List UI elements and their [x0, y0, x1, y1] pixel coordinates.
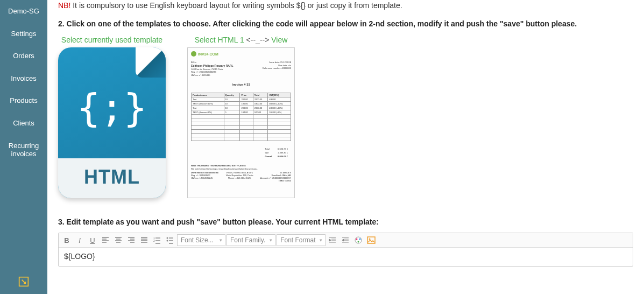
svg-text:2: 2: [153, 239, 155, 242]
nb-text: It is compulsory to use English keyboard…: [70, 1, 402, 10]
table-row: TEST (discount 8%)5184.00920.00184.00 (-…: [192, 110, 291, 115]
inv-words: NINE THOUSAND TWO HUNDRED AND SIXTY CENT…: [191, 164, 246, 167]
collapse-icon: [18, 276, 29, 287]
sidebar-item-products[interactable]: Products: [0, 89, 47, 112]
html-badge: HTML: [58, 158, 166, 198]
template-html1-thumb[interactable]: INV24.COM Bill to Edithson Philippe Rosa…: [187, 47, 295, 198]
inv-cvat: VAT no.: LT044932245: [191, 177, 218, 179]
sidebar-collapse-button[interactable]: [0, 271, 47, 294]
indent-icon: [329, 236, 336, 244]
sidebar: Demo-SG Settings Orders Invoices Product…: [0, 0, 47, 294]
svg-point-6: [356, 239, 358, 240]
editor: B I U 12 Font Size... Font Family. Font …: [58, 233, 633, 267]
table-row: TEST (discount 10%)10180.001800.00360.00…: [192, 102, 291, 106]
outdent-button[interactable]: [339, 234, 351, 246]
table-row: [192, 122, 291, 126]
align-justify-icon: [140, 236, 148, 244]
table-row: Test10200.002000.00400.00: [192, 97, 291, 102]
outdent-icon: [342, 236, 349, 244]
inv-b3: IBAN: 74000: [260, 179, 291, 182]
invoice-header: Bill to Edithson Philippe Rosaary RARL 1…: [191, 61, 291, 76]
main-content: NB! It is compulsory to use English keyb…: [47, 0, 644, 294]
sidebar-item-orders[interactable]: Orders: [0, 45, 47, 67]
nb-prefix: NB!: [58, 1, 70, 10]
editor-toolbar: B I U 12 Font Size... Font Family. Font …: [59, 233, 633, 248]
font-family-select[interactable]: Font Family.: [227, 234, 275, 246]
invoice-table: Product nameQuantityPriceTotalVAT(20%) T…: [191, 93, 291, 141]
table-row: [192, 118, 291, 122]
align-right-icon: [128, 236, 135, 244]
invoice-totals: Total6 696.77 € VAT1 339.35 € Overall8 0…: [191, 146, 291, 159]
image-icon: [367, 236, 376, 244]
unordered-list-icon: [166, 236, 174, 244]
indent-button[interactable]: [327, 234, 338, 246]
table-row: [192, 130, 291, 134]
svg-point-8: [358, 241, 359, 243]
inv-cphone: Phone: +356 2034 1625: [226, 177, 253, 179]
align-right-button[interactable]: [125, 234, 137, 246]
template-current-col: Select currently used template {;} HTML: [58, 36, 166, 198]
font-format-select[interactable]: Font Format: [277, 234, 325, 246]
col-qty: Quantity: [224, 93, 240, 97]
sidebar-item-recurring[interactable]: Recurring invoices: [0, 135, 47, 165]
col-vat: VAT(20%): [268, 93, 291, 97]
step2-title: 2. Click on one of the templates to choo…: [58, 19, 633, 28]
align-left-icon: [102, 236, 109, 244]
table-row: Test10200.002000.00400.00 (-10%): [192, 106, 291, 110]
invoice-footer: NINE THOUSAND TWO HUNDRED AND SIXTY CENT…: [191, 164, 291, 182]
template-html1-col: Select HTML 1 <--_--> View INV24.COM Bil…: [187, 36, 295, 198]
template-html1-label: Select HTML 1 <--_--> View: [195, 36, 288, 44]
col-price: Price: [240, 93, 253, 97]
image-button[interactable]: [365, 234, 377, 246]
underline-button[interactable]: U: [87, 234, 98, 246]
inv-customer: Edithson Philippe Rosaary RARL: [191, 64, 233, 67]
template-html1-suffix: View: [269, 36, 287, 44]
template-html1-arrow: <--_-->: [246, 36, 270, 44]
template-html1-prefix: Select HTML 1: [195, 36, 246, 44]
step3-title: 3. Edit template as you want and push "s…: [58, 218, 633, 226]
svg-point-7: [359, 239, 361, 240]
sidebar-item-clients[interactable]: Clients: [0, 112, 47, 135]
editor-textarea[interactable]: ${LOGO}: [59, 248, 633, 266]
align-center-icon: [115, 236, 122, 244]
braces-icon: {;}: [58, 85, 166, 130]
inv-vat: VAT no: n° 4909485: [191, 74, 233, 77]
nb-warning: NB! It is compulsory to use English keyb…: [58, 1, 633, 10]
align-center-button[interactable]: [112, 234, 124, 246]
ordered-list-button[interactable]: 12: [151, 234, 163, 246]
inv-ref: Reference number: 40000003: [263, 67, 291, 70]
table-row: [192, 126, 291, 130]
ordered-list-icon: 12: [153, 236, 161, 244]
svg-rect-9: [367, 237, 375, 243]
align-left-button[interactable]: [100, 234, 111, 246]
template-row: Select currently used template {;} HTML …: [58, 36, 633, 198]
italic-button[interactable]: I: [74, 234, 86, 246]
sidebar-item-settings[interactable]: Settings: [0, 23, 47, 45]
bold-button[interactable]: B: [61, 234, 73, 246]
table-row: [192, 137, 291, 141]
svg-point-3: [167, 237, 168, 239]
text-color-button[interactable]: [352, 234, 364, 246]
unordered-list-button[interactable]: [164, 234, 176, 246]
svg-point-4: [167, 240, 168, 242]
col-name: Product name: [192, 93, 224, 97]
template-current-thumb[interactable]: {;} HTML: [58, 47, 166, 198]
font-size-select[interactable]: Font Size...: [177, 234, 225, 246]
palette-icon: [354, 236, 363, 244]
sidebar-item-invoices[interactable]: Invoices: [0, 67, 47, 90]
align-justify-button[interactable]: [138, 234, 150, 246]
template-current-label: Select currently used template: [61, 36, 162, 44]
sidebar-item-demo[interactable]: Demo-SG: [0, 0, 47, 23]
inv-note: We look forward to having a rewarding bu…: [191, 167, 291, 170]
table-row: [192, 134, 291, 137]
col-total: Total: [253, 93, 267, 97]
invoice-logo: INV24.COM: [191, 51, 291, 57]
invoice-title: Invoice # 33: [191, 83, 291, 86]
invoice-logo-icon: [191, 51, 196, 57]
table-row: [192, 115, 291, 118]
invoice-logo-text: INV24.COM: [198, 52, 218, 56]
